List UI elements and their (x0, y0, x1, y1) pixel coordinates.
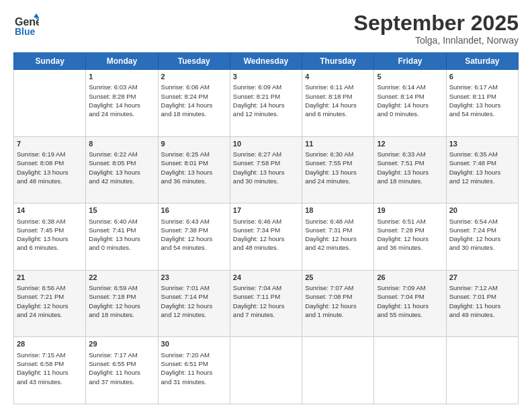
day-info: Sunset: 8:21 PM (233, 92, 299, 101)
col-friday: Friday (374, 53, 446, 70)
calendar-cell: 28Sunrise: 7:15 AMSunset: 6:58 PMDayligh… (14, 337, 86, 404)
day-info: Daylight: 11 hours (89, 368, 154, 377)
day-info: Sunset: 8:01 PM (161, 158, 227, 167)
day-number: 11 (305, 139, 371, 149)
day-number: 27 (449, 273, 515, 283)
col-tuesday: Tuesday (158, 53, 230, 70)
col-monday: Monday (86, 53, 158, 70)
day-info: Daylight: 14 hours (233, 101, 299, 109)
day-number: 22 (89, 273, 154, 283)
day-info: Sunrise: 6:17 AM (449, 83, 515, 91)
day-info: Sunrise: 7:04 AM (233, 283, 299, 292)
day-info: and 24 minutes. (305, 177, 371, 185)
calendar-cell: 14Sunrise: 6:38 AMSunset: 7:45 PMDayligh… (14, 203, 86, 271)
day-info: Sunset: 8:18 PM (305, 92, 371, 101)
day-info: Sunset: 7:41 PM (89, 226, 154, 234)
calendar-cell (446, 337, 518, 404)
calendar-cell: 8Sunrise: 6:22 AMSunset: 8:05 PMDaylight… (86, 136, 158, 203)
day-info: Sunset: 8:14 PM (377, 92, 443, 101)
day-number: 20 (449, 205, 515, 216)
calendar-week-4: 21Sunrise: 6:56 AMSunset: 7:21 PMDayligh… (14, 270, 519, 337)
page-subtitle: Tolga, Innlandet, Norway (354, 35, 519, 46)
day-info: Sunrise: 6:25 AM (161, 150, 227, 158)
day-info: Sunrise: 6:46 AM (233, 217, 299, 226)
day-info: Sunrise: 6:14 AM (377, 83, 443, 91)
day-info: Sunset: 7:51 PM (377, 158, 443, 167)
day-info: Daylight: 13 hours (89, 168, 154, 177)
day-info: Sunset: 7:08 PM (305, 292, 371, 301)
day-info: Sunset: 7:34 PM (233, 226, 299, 234)
day-info: and 6 minutes. (17, 243, 83, 252)
day-number: 28 (17, 339, 83, 349)
day-info: Daylight: 14 hours (89, 101, 154, 109)
day-info: and 30 minutes. (449, 243, 515, 252)
calendar-week-1: 1Sunrise: 6:03 AMSunset: 8:28 PMDaylight… (14, 70, 519, 137)
day-info: Sunrise: 7:17 AM (89, 351, 154, 359)
day-info: Sunrise: 6:38 AM (17, 217, 83, 226)
day-number: 17 (233, 205, 299, 216)
day-number: 14 (17, 205, 83, 216)
day-info: and 0 minutes. (377, 109, 443, 118)
calendar-table: Sunday Monday Tuesday Wednesday Thursday… (13, 52, 519, 404)
day-info: and 36 minutes. (161, 177, 227, 185)
calendar-cell: 25Sunrise: 7:07 AMSunset: 7:08 PMDayligh… (302, 270, 374, 337)
svg-text:Blue: Blue (15, 26, 36, 37)
calendar-cell: 24Sunrise: 7:04 AMSunset: 7:11 PMDayligh… (230, 270, 302, 337)
day-number: 10 (233, 139, 299, 149)
calendar-cell: 6Sunrise: 6:17 AMSunset: 8:11 PMDaylight… (446, 70, 518, 137)
calendar-cell: 9Sunrise: 6:25 AMSunset: 8:01 PMDaylight… (158, 136, 230, 203)
day-number: 26 (377, 273, 443, 283)
day-info: Daylight: 12 hours (161, 302, 227, 310)
day-info: Daylight: 12 hours (233, 302, 299, 310)
day-info: and 42 minutes. (305, 243, 371, 252)
day-info: Sunset: 7:04 PM (377, 292, 443, 301)
calendar-cell: 23Sunrise: 7:01 AMSunset: 7:14 PMDayligh… (158, 270, 230, 337)
calendar-cell (230, 337, 302, 404)
day-info: and 1 minute. (305, 310, 371, 319)
calendar-cell: 4Sunrise: 6:11 AMSunset: 8:18 PMDaylight… (302, 70, 374, 137)
day-number: 16 (161, 205, 227, 216)
day-info: Sunset: 8:11 PM (449, 92, 515, 101)
day-info: Sunrise: 6:03 AM (89, 83, 154, 91)
day-info: Daylight: 14 hours (377, 101, 443, 109)
day-info: Sunset: 7:21 PM (17, 292, 83, 301)
day-info: Sunset: 7:11 PM (233, 292, 299, 301)
day-info: and 48 minutes. (233, 243, 299, 252)
day-info: Daylight: 12 hours (161, 234, 227, 243)
day-info: Daylight: 13 hours (449, 101, 515, 109)
calendar-cell: 27Sunrise: 7:12 AMSunset: 7:01 PMDayligh… (446, 270, 518, 337)
calendar-cell: 20Sunrise: 6:54 AMSunset: 7:24 PMDayligh… (446, 203, 518, 271)
day-info: Sunrise: 6:40 AM (89, 217, 154, 226)
day-info: and 54 minutes. (161, 243, 227, 252)
day-info: and 49 minutes. (449, 310, 515, 319)
day-info: Sunrise: 6:51 AM (377, 217, 443, 226)
day-info: and 7 minutes. (233, 310, 299, 319)
day-info: Sunset: 8:24 PM (161, 92, 227, 101)
day-info: and 0 minutes. (89, 243, 154, 252)
day-info: Daylight: 13 hours (17, 168, 83, 177)
day-info: and 18 minutes. (377, 177, 443, 185)
day-info: and 42 minutes. (89, 177, 154, 185)
day-number: 4 (305, 72, 371, 82)
day-info: Sunset: 7:18 PM (89, 292, 154, 301)
day-info: and 31 minutes. (161, 377, 227, 386)
day-info: Sunset: 7:01 PM (449, 292, 515, 301)
logo: General Blue (13, 12, 39, 38)
col-wednesday: Wednesday (230, 53, 302, 70)
day-info: and 18 minutes. (161, 109, 227, 118)
day-number: 9 (161, 139, 227, 149)
logo-icon: General Blue (13, 12, 39, 38)
calendar-cell: 30Sunrise: 7:20 AMSunset: 6:51 PMDayligh… (158, 337, 230, 404)
day-number: 3 (233, 72, 299, 82)
day-info: Sunset: 8:05 PM (89, 158, 154, 167)
day-info: Daylight: 11 hours (377, 302, 443, 310)
col-thursday: Thursday (302, 53, 374, 70)
title-block: September 2025 Tolga, Innlandet, Norway (354, 12, 519, 46)
day-number: 18 (305, 205, 371, 216)
calendar-cell: 19Sunrise: 6:51 AMSunset: 7:28 PMDayligh… (374, 203, 446, 271)
day-info: and 37 minutes. (89, 377, 154, 386)
day-info: Daylight: 12 hours (449, 234, 515, 243)
day-info: Sunset: 8:08 PM (17, 158, 83, 167)
calendar-cell: 26Sunrise: 7:09 AMSunset: 7:04 PMDayligh… (374, 270, 446, 337)
day-info: Sunset: 8:28 PM (89, 92, 154, 101)
